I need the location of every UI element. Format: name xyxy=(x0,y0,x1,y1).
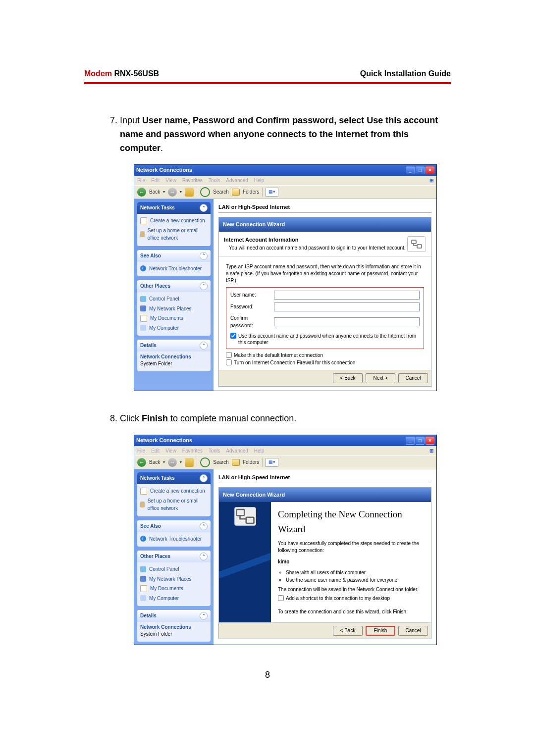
step-7-bold: User name, Password and Confirm password… xyxy=(120,115,438,153)
task-create-connection[interactable]: Create a new connection xyxy=(140,216,208,226)
up-icon[interactable] xyxy=(185,188,194,197)
titlebar[interactable]: Network Connections _ □ × xyxy=(134,435,436,446)
search-icon[interactable] xyxy=(200,187,210,197)
wizard-title: New Connection Wizard xyxy=(219,488,431,502)
menu-view[interactable]: View xyxy=(165,177,176,185)
panel-other-places: Other Places⌃ Control Panel My Network P… xyxy=(137,280,211,336)
link-my-computer[interactable]: My Computer xyxy=(140,323,208,333)
menu-edit[interactable]: Edit xyxy=(151,177,160,185)
collapse-icon[interactable]: ⌃ xyxy=(200,522,208,530)
task-setup-network[interactable]: Set up a home or small office network xyxy=(140,496,208,513)
back-dropdown-icon[interactable]: ▾ xyxy=(163,189,165,195)
close-button[interactable]: × xyxy=(426,437,434,445)
collapse-icon[interactable]: ⌃ xyxy=(200,553,208,560)
collapse-icon[interactable]: ⌃ xyxy=(200,282,208,290)
menu-tools[interactable]: Tools xyxy=(209,177,220,185)
collapse-icon[interactable]: ⌃ xyxy=(200,612,208,620)
close-button[interactable]: × xyxy=(426,166,434,174)
group-header: LAN or High-Speed Internet xyxy=(218,473,431,483)
network-places-icon xyxy=(140,305,146,311)
search-button[interactable]: Search xyxy=(213,188,229,196)
menu-edit[interactable]: Edit xyxy=(151,447,160,455)
svg-rect-1 xyxy=(417,245,422,248)
task-setup-network[interactable]: Set up a home or small office network xyxy=(140,226,208,243)
minimize-button[interactable]: _ xyxy=(406,166,415,174)
explorer-sidebar: Network Tasks⌃ Create a new connection S… xyxy=(134,199,214,391)
link-my-network-places[interactable]: My Network Places xyxy=(140,304,208,314)
menu-favorites[interactable]: Favorites xyxy=(182,177,203,185)
menu-tools[interactable]: Tools xyxy=(209,447,220,455)
link-troubleshooter[interactable]: Network Troubleshooter xyxy=(140,534,208,544)
collapse-icon[interactable]: ⌃ xyxy=(200,474,208,482)
model-number: RNX-56USB xyxy=(112,69,159,78)
wizard-complete-heading: Completing the New Connection Wizard xyxy=(278,507,424,536)
folders-icon[interactable] xyxy=(232,189,240,196)
search-button[interactable]: Search xyxy=(213,458,229,466)
window-network-connections-2: Network Connections _ □ × File Edit View… xyxy=(134,435,437,646)
link-my-computer[interactable]: My Computer xyxy=(140,594,208,604)
link-my-documents[interactable]: My Documents xyxy=(140,584,208,594)
link-control-panel[interactable]: Control Panel xyxy=(140,564,208,574)
window-buttons: _ □ × xyxy=(406,437,434,445)
link-my-documents[interactable]: My Documents xyxy=(140,313,208,323)
finish-button[interactable]: Finish xyxy=(366,626,395,636)
folders-button[interactable]: Folders xyxy=(243,188,259,196)
task-create-connection[interactable]: Create a new connection xyxy=(140,486,208,496)
wizard-step-title: Internet Account Information xyxy=(224,237,299,243)
input-confirm-password[interactable] xyxy=(274,317,420,326)
collapse-icon[interactable]: ⌃ xyxy=(200,204,208,212)
cancel-button[interactable]: Cancel xyxy=(398,626,428,636)
titlebar[interactable]: Network Connections _ □ × xyxy=(134,165,436,176)
wizard-side-art xyxy=(219,502,271,622)
checkbox-default-connection[interactable] xyxy=(226,352,232,358)
back-icon[interactable]: ← xyxy=(137,188,146,197)
back-button[interactable]: Back xyxy=(149,188,160,196)
menu-advanced[interactable]: Advanced xyxy=(226,177,248,185)
menu-bar[interactable]: File Edit View Favorites Tools Advanced … xyxy=(134,446,436,456)
collapse-icon[interactable]: ⌃ xyxy=(200,252,208,260)
up-icon[interactable] xyxy=(185,458,194,467)
collapse-icon[interactable]: ⌃ xyxy=(200,342,208,350)
views-button[interactable]: ▦▾ xyxy=(266,458,278,467)
forward-icon[interactable]: → xyxy=(168,188,177,197)
back-dropdown-icon[interactable]: ▾ xyxy=(163,459,165,465)
back-button[interactable]: < Back xyxy=(333,626,363,636)
cancel-button[interactable]: Cancel xyxy=(398,373,428,383)
checkbox-firewall[interactable] xyxy=(226,359,232,365)
maximize-button[interactable]: □ xyxy=(416,166,425,174)
input-username[interactable] xyxy=(274,291,420,300)
help-icon xyxy=(140,265,146,271)
forward-icon[interactable]: → xyxy=(168,458,177,467)
menu-advanced[interactable]: Advanced xyxy=(226,447,248,455)
minimize-button[interactable]: _ xyxy=(406,437,415,445)
back-button[interactable]: Back xyxy=(149,458,160,466)
search-icon[interactable] xyxy=(200,457,210,467)
input-password[interactable] xyxy=(274,302,420,311)
folders-icon[interactable] xyxy=(232,459,240,466)
menu-bar[interactable]: File Edit View Favorites Tools Advanced … xyxy=(134,176,436,186)
details-name: Network Connections xyxy=(140,353,208,360)
link-control-panel[interactable]: Control Panel xyxy=(140,294,208,304)
menu-help[interactable]: Help xyxy=(254,177,265,185)
folders-button[interactable]: Folders xyxy=(243,458,259,466)
menu-file[interactable]: File xyxy=(137,447,145,455)
back-button[interactable]: < Back xyxy=(333,373,363,383)
checkbox-shortcut[interactable] xyxy=(278,595,284,601)
views-button[interactable]: ▦▾ xyxy=(266,188,278,197)
explorer-main: LAN or High-Speed Internet New Connectio… xyxy=(214,469,436,645)
menu-help[interactable]: Help xyxy=(254,447,265,455)
wizard-instructions: Type an ISP account name and password, t… xyxy=(226,263,424,284)
back-icon[interactable]: ← xyxy=(137,458,146,467)
next-button[interactable]: Next > xyxy=(366,373,395,383)
maximize-button[interactable]: □ xyxy=(416,437,425,445)
my-computer-icon xyxy=(140,325,146,331)
menu-favorites[interactable]: Favorites xyxy=(182,447,203,455)
documents-icon xyxy=(140,585,147,592)
wizard-footer: < Back Next > Cancel xyxy=(219,370,431,386)
link-my-network-places[interactable]: My Network Places xyxy=(140,574,208,584)
menu-view[interactable]: View xyxy=(165,447,176,455)
checkbox-use-account[interactable] xyxy=(230,333,236,339)
details-type: System Folder xyxy=(140,360,208,367)
link-troubleshooter[interactable]: Network Troubleshooter xyxy=(140,264,208,274)
menu-file[interactable]: File xyxy=(137,177,145,185)
